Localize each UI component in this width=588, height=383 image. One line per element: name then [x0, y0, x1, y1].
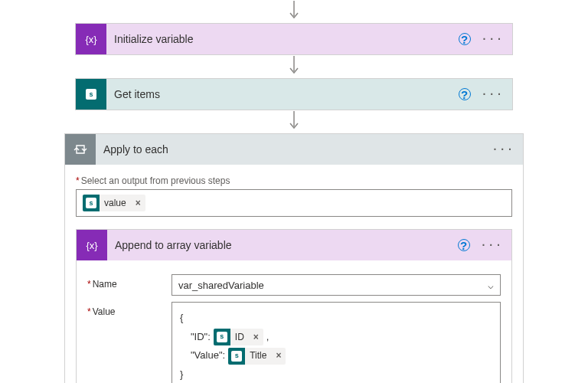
sharepoint-icon: s [76, 79, 106, 110]
variable-icon: {x} [77, 230, 107, 260]
output-label: Select an output from previous steps [76, 175, 512, 186]
variable-icon: {x} [76, 24, 106, 54]
output-selector-input[interactable]: s value × [76, 189, 512, 217]
remove-token-button[interactable]: × [271, 347, 286, 365]
step-title: Initialize variable [106, 33, 459, 45]
dynamic-token-value[interactable]: s value × [83, 195, 145, 211]
variable-name-select[interactable]: var_sharedVariable ⌵ [172, 274, 501, 296]
sharepoint-icon: s [228, 348, 245, 365]
sharepoint-icon: s [83, 195, 100, 211]
arrow-connector [0, 0, 588, 23]
dynamic-token-title[interactable]: s Title × [228, 348, 286, 365]
sharepoint-icon: s [214, 329, 230, 345]
chevron-down-icon: ⌵ [488, 280, 494, 291]
value-expression-input[interactable]: { "ID": s ID × , [172, 302, 501, 383]
more-menu-button[interactable]: · · · [483, 88, 501, 100]
dynamic-token-id[interactable]: s ID × [214, 329, 263, 345]
step-get-items[interactable]: s Get items ? · · · [75, 78, 513, 110]
more-menu-button[interactable]: · · · [483, 33, 501, 45]
step-title: Get items [106, 88, 459, 100]
step-title: Apply to each [96, 143, 494, 155]
name-label: Name [87, 274, 172, 290]
more-menu-button[interactable]: · · · [482, 239, 501, 251]
value-label: Value [87, 302, 172, 317]
loop-icon [65, 134, 96, 165]
arrow-connector [0, 55, 588, 78]
step-initialize-variable[interactable]: {x} Initialize variable ? · · · [75, 23, 513, 55]
help-icon[interactable]: ? [459, 33, 471, 45]
step-append-to-array: {x} Append to array variable ? · · · Nam… [76, 229, 512, 383]
arrow-connector [0, 110, 588, 133]
step-title: Append to array variable [107, 239, 458, 251]
more-menu-button[interactable]: · · · [494, 143, 512, 155]
help-icon[interactable]: ? [458, 239, 470, 251]
remove-token-button[interactable]: × [131, 198, 145, 208]
step-apply-to-each: Apply to each · · · Select an output fro… [64, 133, 524, 383]
help-icon[interactable]: ? [459, 88, 471, 100]
remove-token-button[interactable]: × [249, 329, 263, 346]
